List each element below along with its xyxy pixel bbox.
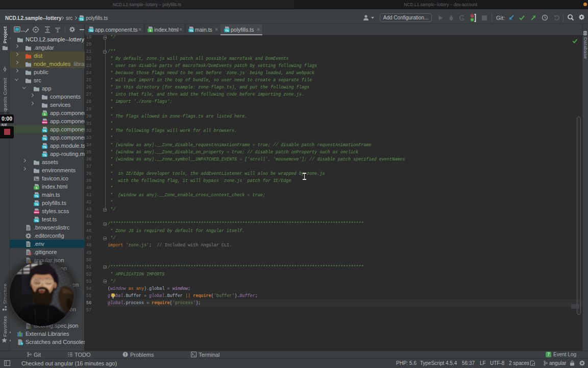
svg-text:5: 5 xyxy=(149,29,151,32)
svg-text:TS: TS xyxy=(35,202,38,205)
svg-text:TS: TS xyxy=(80,18,83,21)
svg-text:TS: TS xyxy=(43,145,46,148)
svg-text:TS: TS xyxy=(189,29,192,32)
svg-text:TS: TS xyxy=(225,29,228,32)
svg-text:5: 5 xyxy=(36,186,37,189)
svg-text:5: 5 xyxy=(44,112,45,116)
svg-text:TS: TS xyxy=(89,29,92,32)
svg-text:TS: TS xyxy=(35,219,38,222)
svg-text:sass: sass xyxy=(42,121,47,124)
svg-text:TS: TS xyxy=(43,137,46,140)
svg-text:TS: TS xyxy=(35,194,38,197)
svg-text:sass: sass xyxy=(34,211,39,214)
svg-text:TS: TS xyxy=(43,153,46,156)
svg-text:TS: TS xyxy=(43,129,46,132)
